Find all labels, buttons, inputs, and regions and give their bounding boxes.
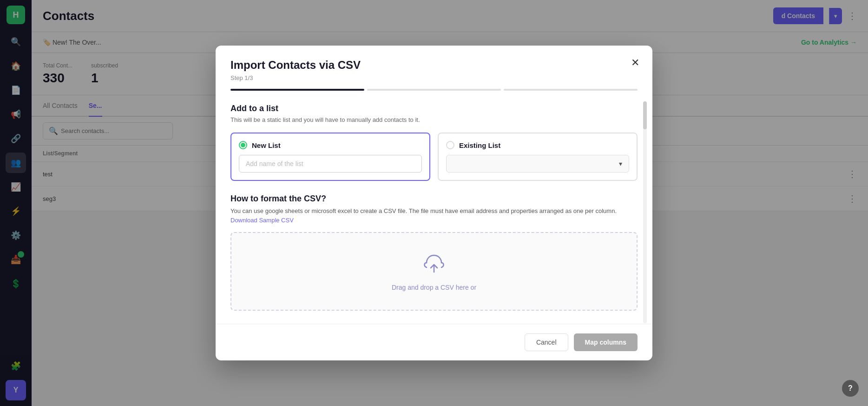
csv-format-title: How to format the CSV? bbox=[230, 194, 638, 204]
modal-overlay: Import Contacts via CSV Step 1/3 ✕ Add t… bbox=[0, 0, 868, 406]
upload-area[interactable]: Drag and drop a CSV here or bbox=[230, 232, 638, 311]
download-csv-link[interactable]: Download Sample CSV bbox=[230, 217, 294, 224]
modal-scroll-thumb bbox=[643, 101, 647, 129]
upload-icon bbox=[250, 252, 618, 278]
modal-title: Import Contacts via CSV bbox=[230, 59, 638, 72]
list-options: New List Existing List ▾ bbox=[230, 133, 638, 181]
modal-body: Add to a list This will be a static list… bbox=[216, 91, 652, 324]
modal-step: Step 1/3 bbox=[230, 74, 638, 81]
existing-list-radio-circle bbox=[446, 141, 454, 149]
add-to-list-title: Add to a list bbox=[230, 104, 638, 113]
modal-header: Import Contacts via CSV Step 1/3 ✕ bbox=[216, 46, 652, 89]
new-list-label: New List bbox=[252, 141, 281, 149]
new-list-radio-label[interactable]: New List bbox=[239, 141, 422, 149]
modal-footer: Cancel Map columns bbox=[216, 324, 652, 360]
existing-list-label: Existing List bbox=[459, 141, 500, 149]
modal-close-button[interactable]: ✕ bbox=[631, 57, 639, 69]
new-list-radio-circle bbox=[239, 141, 247, 149]
import-modal: Import Contacts via CSV Step 1/3 ✕ Add t… bbox=[216, 46, 652, 360]
list-name-input[interactable] bbox=[239, 155, 422, 173]
existing-list-dropdown[interactable]: ▾ bbox=[446, 155, 629, 173]
chevron-down-icon: ▾ bbox=[619, 160, 622, 167]
help-button[interactable]: ? bbox=[842, 380, 859, 397]
map-columns-button[interactable]: Map columns bbox=[574, 333, 638, 351]
new-list-card[interactable]: New List bbox=[230, 133, 430, 181]
csv-format-description: You can use google sheets or microsoft e… bbox=[230, 206, 638, 225]
drag-drop-text: Drag and drop a CSV here or bbox=[250, 284, 618, 291]
modal-scrollbar[interactable] bbox=[643, 101, 647, 323]
cancel-button[interactable]: Cancel bbox=[525, 333, 568, 351]
existing-list-radio-label[interactable]: Existing List bbox=[446, 141, 629, 149]
add-to-list-description: This will be a static list and you will … bbox=[230, 116, 638, 123]
existing-list-card[interactable]: Existing List ▾ bbox=[438, 133, 638, 181]
